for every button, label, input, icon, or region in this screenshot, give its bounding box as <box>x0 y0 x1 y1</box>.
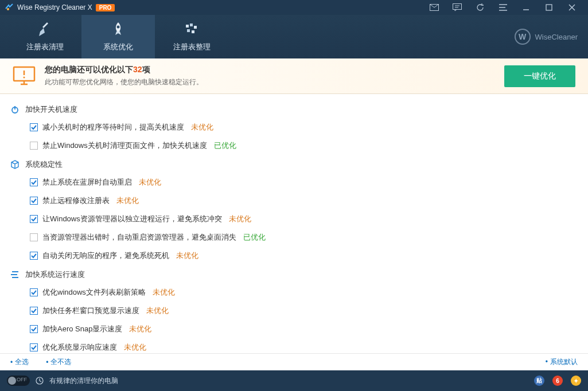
item-checkbox[interactable] <box>30 123 38 131</box>
mail-icon[interactable] <box>423 0 446 15</box>
warning-monitor-icon <box>13 66 36 87</box>
svg-point-22 <box>24 76 25 78</box>
item-status: 未优化 <box>191 122 213 132</box>
item-text: 减小关机时的程序等待时间，提高关机速度 <box>42 122 184 132</box>
tab-registry-defrag[interactable]: 注册表整理 <box>155 15 228 58</box>
tab-label: 注册表清理 <box>26 42 64 52</box>
minimize-icon[interactable] <box>515 0 538 15</box>
svg-rect-16 <box>187 29 190 32</box>
item-checkbox[interactable] <box>30 307 38 315</box>
tab-label: 系统优化 <box>103 42 133 52</box>
notice-banner: 您的电脑还可以优化以下32项 此功能可帮您优化网络，使您的电脑快速稳定运行。 一… <box>0 58 588 94</box>
svg-rect-17 <box>192 30 194 33</box>
item-status: 已优化 <box>214 140 236 151</box>
optimize-item: 加快Aero Snap显示速度未优化 <box>10 320 588 338</box>
item-text: 加快任务栏窗口预览显示速度 <box>42 306 139 316</box>
app-title: Wise Registry Cleaner X <box>17 3 92 11</box>
social-misc-icon[interactable]: ✦ <box>571 376 581 386</box>
optimize-item: 优化windows文件列表刷新策略未优化 <box>10 283 588 302</box>
pro-badge: PRO <box>96 4 115 11</box>
feedback-icon[interactable] <box>446 0 469 15</box>
svg-point-0 <box>7 8 9 10</box>
app-icon <box>5 3 14 12</box>
item-text: 禁止系统在蓝屏时自动重启 <box>42 177 132 187</box>
defaults-link[interactable]: 系统默认 <box>550 358 578 366</box>
brand[interactable]: W WiseCleaner <box>515 29 578 45</box>
optimize-item: 加快任务栏窗口预览显示速度未优化 <box>10 302 588 320</box>
item-status: 未优化 <box>229 214 251 224</box>
item-status: 未优化 <box>176 251 198 261</box>
defrag-icon <box>184 21 200 37</box>
social-weibo-icon[interactable]: 6 <box>552 376 563 386</box>
refresh-icon[interactable] <box>469 0 492 15</box>
title-bar: Wise Registry Cleaner X PRO <box>0 0 588 15</box>
group-header[interactable]: 加快开关机速度 <box>10 100 588 118</box>
item-checkbox[interactable] <box>30 252 38 260</box>
item-text: 让Windows资源管理器以独立进程运行，避免系统冲突 <box>42 214 222 224</box>
tab-registry-clean[interactable]: 注册表清理 <box>8 15 81 58</box>
brand-logo-icon: W <box>515 29 531 45</box>
tab-label: 注册表整理 <box>173 42 211 52</box>
item-status: 未优化 <box>139 177 161 187</box>
group-title: 加快开关机速度 <box>25 104 77 115</box>
maximize-icon[interactable] <box>538 0 560 15</box>
item-checkbox[interactable] <box>30 197 38 205</box>
group-header[interactable]: 系统稳定性 <box>10 155 588 173</box>
svg-rect-13 <box>186 25 189 28</box>
item-checkbox[interactable] <box>30 233 38 241</box>
group-title: 系统稳定性 <box>25 159 63 170</box>
item-status: 未优化 <box>116 196 139 206</box>
schedule-text: 有规律的清理你的电脑 <box>49 376 118 386</box>
optimize-item: 减小关机时的程序等待时间，提高关机速度未优化 <box>10 118 588 136</box>
item-status: 已优化 <box>243 232 266 243</box>
item-text: 自动关闭无响应的程序，避免系统死机 <box>42 251 169 261</box>
item-checkbox[interactable] <box>30 142 38 150</box>
item-text: 优化windows文件列表刷新策略 <box>42 287 146 298</box>
clock-icon <box>36 377 44 385</box>
svg-rect-9 <box>546 5 552 10</box>
svg-rect-15 <box>194 26 197 29</box>
item-text: 加快Aero Snap显示速度 <box>42 324 122 334</box>
optimize-button[interactable]: 一键优化 <box>504 65 575 87</box>
select-all-link[interactable]: 全选 <box>15 357 29 367</box>
brand-text: WiseCleaner <box>535 33 578 41</box>
social-tieba-icon[interactable]: 贴 <box>534 376 544 386</box>
item-text: 优化系统显示响应速度 <box>42 342 117 353</box>
item-status: 未优化 <box>146 306 169 316</box>
svg-rect-2 <box>453 4 462 10</box>
menu-icon[interactable] <box>492 0 515 15</box>
group-title: 加快系统运行速度 <box>25 269 85 280</box>
item-status: 未优化 <box>129 324 151 334</box>
optimize-list[interactable]: 加快开关机速度减小关机时的程序等待时间，提高关机速度未优化禁止Windows关机… <box>0 94 588 353</box>
rocket-icon <box>110 21 126 37</box>
item-status: 未优化 <box>124 342 146 353</box>
footer-links: •全选 •全不选 •系统默认 <box>0 353 588 370</box>
item-status: 未优化 <box>153 287 175 298</box>
status-bar: OFF 有规律的清理你的电脑 贴 6 ✦ <box>0 370 588 391</box>
item-checkbox[interactable] <box>30 288 38 296</box>
item-text: 当资源管理器出错时，自动重启资源管理器，避免桌面消失 <box>42 232 236 243</box>
schedule-toggle[interactable]: OFF <box>7 376 30 386</box>
item-checkbox[interactable] <box>30 215 38 223</box>
item-text: 禁止Windows关机时清理页面文件，加快关机速度 <box>42 140 207 151</box>
optimize-item: 优化系统显示响应速度未优化 <box>10 338 588 353</box>
item-checkbox[interactable] <box>30 325 38 333</box>
banner-subtext: 此功能可帮您优化网络，使您的电脑快速稳定运行。 <box>45 77 495 87</box>
nav-bar: 注册表清理 系统优化 注册表整理 W WiseCleaner <box>0 15 588 58</box>
optimize-item: 禁止Windows关机时清理页面文件，加快关机速度已优化 <box>10 136 588 155</box>
optimize-item: 禁止远程修改注册表未优化 <box>10 191 588 210</box>
item-checkbox[interactable] <box>30 178 38 186</box>
optimize-item: 让Windows资源管理器以独立进程运行，避免系统冲突未优化 <box>10 210 588 228</box>
item-checkbox[interactable] <box>30 343 38 351</box>
optimize-count: 32 <box>133 65 142 74</box>
close-icon[interactable] <box>560 0 583 15</box>
select-none-link[interactable]: 全不选 <box>50 357 71 367</box>
optimize-item: 自动关闭无响应的程序，避免系统死机未优化 <box>10 247 588 265</box>
svg-rect-14 <box>190 24 193 26</box>
tab-system-optimize[interactable]: 系统优化 <box>81 15 155 58</box>
banner-heading: 您的电脑还可以优化以下32项 <box>45 65 495 75</box>
broom-icon <box>37 21 53 37</box>
svg-point-12 <box>117 26 120 29</box>
group-header[interactable]: 加快系统运行速度 <box>10 265 588 283</box>
item-text: 禁止远程修改注册表 <box>42 196 110 206</box>
